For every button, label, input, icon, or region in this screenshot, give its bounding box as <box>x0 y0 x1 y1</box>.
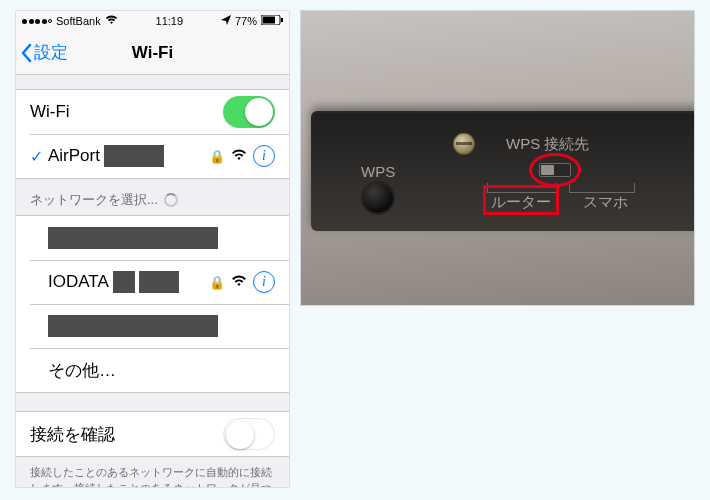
info-icon[interactable]: i <box>253 271 275 293</box>
svg-rect-2 <box>281 18 283 22</box>
network-row[interactable] <box>16 304 289 348</box>
battery-percent: 77% <box>235 15 257 27</box>
checkmark-icon: ✓ <box>30 147 48 166</box>
info-icon[interactable]: i <box>253 145 275 167</box>
ask-to-join-toggle[interactable] <box>223 418 275 450</box>
status-bar: SoftBank 11:19 77% <box>16 11 289 31</box>
network-row[interactable] <box>16 216 289 260</box>
lock-icon: 🔒 <box>209 149 225 164</box>
ask-to-join-row[interactable]: 接続を確認 <box>16 412 289 456</box>
connected-network-row[interactable]: ✓ AirPort 🔒 i <box>16 134 289 178</box>
wifi-status-icon <box>105 15 118 27</box>
network-ssid: IODATA <box>48 272 109 292</box>
location-icon <box>221 15 231 27</box>
back-button[interactable]: 設定 <box>16 41 68 64</box>
footer-note: 接続したことのあるネットワークに自動的に接続します。接続したことのあるネットワー… <box>16 457 289 488</box>
wifi-icon <box>231 274 247 290</box>
nav-bar: 設定 Wi-Fi <box>16 31 289 75</box>
redaction-block <box>48 315 218 337</box>
wifi-icon <box>231 148 247 164</box>
battery-icon <box>261 15 283 27</box>
annotation-circle <box>529 153 581 187</box>
wifi-toggle[interactable] <box>223 96 275 128</box>
other-label: その他… <box>48 359 275 382</box>
chevron-left-icon <box>20 43 32 63</box>
redaction-block <box>113 271 135 293</box>
carrier-label: SoftBank <box>56 15 101 27</box>
network-row[interactable]: IODATA 🔒 i <box>16 260 289 304</box>
router-photo: WPS WPS 接続先 ルーター スマホ <box>300 10 695 306</box>
wifi-toggle-row[interactable]: Wi-Fi <box>16 90 289 134</box>
smartphone-mode-label: スマホ <box>583 193 628 212</box>
wps-dest-label: WPS 接続先 <box>506 135 589 154</box>
lock-icon: 🔒 <box>209 275 225 290</box>
wps-button <box>363 183 393 213</box>
clock: 11:19 <box>156 15 184 27</box>
spinner-icon <box>164 193 178 207</box>
back-label: 設定 <box>34 41 68 64</box>
redaction-block <box>139 271 179 293</box>
choose-network-header: ネットワークを選択... <box>16 179 289 215</box>
wifi-toggle-label: Wi-Fi <box>30 102 223 122</box>
redaction-block <box>104 145 164 167</box>
wps-label: WPS <box>361 163 395 180</box>
connected-ssid: AirPort <box>48 146 100 166</box>
ios-settings-screenshot: SoftBank 11:19 77% 設定 Wi-Fi <box>15 10 290 488</box>
screw-icon <box>453 133 475 155</box>
ask-to-join-label: 接続を確認 <box>30 423 223 446</box>
other-network-row[interactable]: その他… <box>16 348 289 392</box>
svg-rect-1 <box>262 17 275 24</box>
signal-dots-icon <box>22 19 52 24</box>
annotation-rectangle <box>483 185 559 215</box>
redaction-block <box>48 227 218 249</box>
